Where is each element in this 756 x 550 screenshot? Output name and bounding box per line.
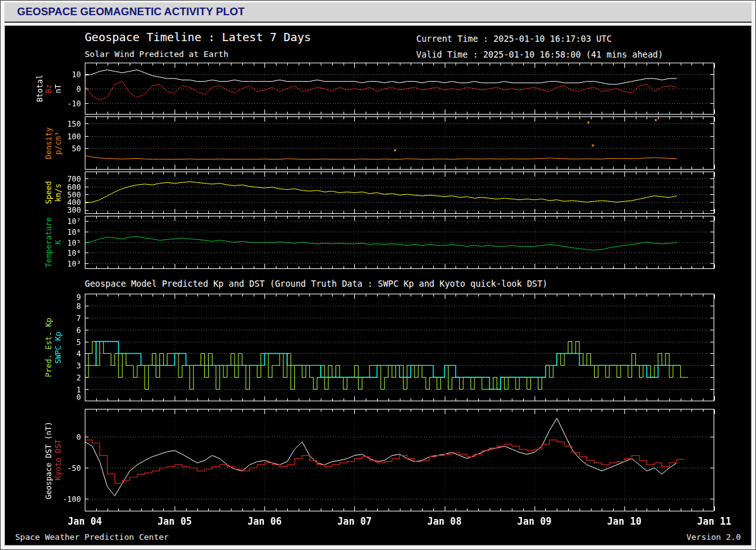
x-axis-labels [5,513,751,530]
temperature-plot [5,216,751,269]
current-time-label: Current Time : 2025-01-10 16:17:03 UTC [416,34,612,44]
bfield-plot [5,63,751,115]
speed-panel: Speed km/s [5,172,751,214]
plot-title: Geospace Timeline : Latest 7 Days [85,30,311,44]
plot-subtitle: Solar Wind Predicted at Earth [85,49,228,59]
page-header: GEOSPACE GEOMAGNETIC ACTIVITY PLOT [4,3,752,23]
footer-version: Version 2.0 [686,532,741,542]
page: GEOSPACE GEOMAGNETIC ACTIVITY PLOT Geosp… [0,0,756,550]
footer-source: Space Weather Prediction Center [15,532,169,542]
plot-header: Geospace Timeline : Latest 7 Days Curren… [5,30,751,63]
density-panel: Density p/cm³ [5,116,751,170]
kp-panel: Pred. Est. Kp SWPC Kp [5,294,751,401]
speed-plot [5,172,751,214]
temperature-panel: Temperature K [5,216,751,269]
bfield-panel: Btotal Bz nT [5,63,751,115]
page-title: GEOSPACE GEOMAGNETIC ACTIVITY PLOT [17,6,245,18]
valid-time-label: Valid Time : 2025-01-10 16:58:00 (41 min… [416,49,663,59]
dst-plot [5,409,751,511]
kp-plot [5,294,751,401]
kp-dst-section-title: Geospace Model Predicted Kp and DST (Gro… [85,278,751,289]
x-axis-row [5,513,751,530]
plot-frame: Geospace Timeline : Latest 7 Days Curren… [4,25,752,546]
dst-panel: Geospace DST (nT) Kyoto DST [5,409,751,511]
density-plot [5,116,751,170]
plot-footer: Space Weather Prediction Center Version … [5,531,751,545]
